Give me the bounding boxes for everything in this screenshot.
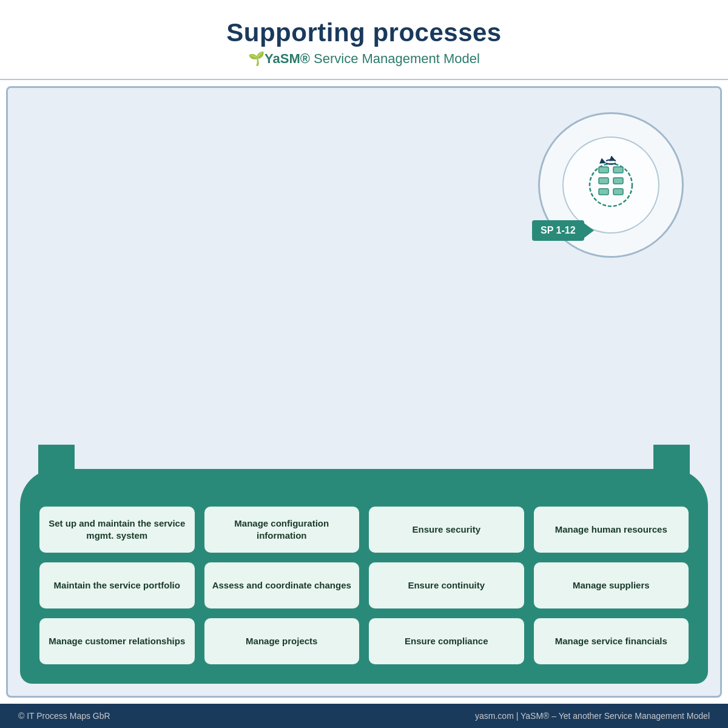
- svg-rect-2: [613, 167, 623, 173]
- svg-rect-4: [613, 178, 623, 184]
- process-box-suppliers[interactable]: Manage suppliers: [533, 561, 690, 610]
- svg-rect-6: [613, 189, 623, 195]
- process-box-financials[interactable]: Manage service financials: [533, 617, 690, 666]
- process-box-setup[interactable]: Set up and maintain the service mgmt. sy…: [38, 505, 196, 554]
- header: Supporting processes 🌱YaSM® Service Mana…: [0, 0, 728, 80]
- footer-copyright: © IT Process Maps GbR: [18, 711, 110, 721]
- process-grid: Set up and maintain the service mgmt. sy…: [38, 505, 690, 666]
- header-subtitle: 🌱YaSM® Service Management Model: [24, 51, 704, 67]
- page-title: Supporting processes: [24, 18, 704, 47]
- process-flow-icon: [581, 155, 641, 215]
- svg-point-0: [590, 164, 632, 206]
- process-box-portfolio[interactable]: Maintain the service portfolio: [38, 561, 196, 610]
- sp-label-container: SP 1-12: [532, 220, 594, 241]
- main-area: SP 1-12 Set up and maintain the service …: [6, 86, 722, 698]
- sp-badge: SP 1-12: [532, 220, 584, 241]
- page-wrapper: Supporting processes 🌱YaSM® Service Mana…: [0, 0, 728, 728]
- teal-background: Set up and maintain the service mgmt. sy…: [20, 469, 708, 684]
- grid-container: Set up and maintain the service mgmt. sy…: [20, 469, 708, 684]
- svg-rect-5: [599, 189, 608, 195]
- sp-arrow-icon: [584, 223, 594, 238]
- process-box-continuity[interactable]: Ensure continuity: [368, 561, 525, 610]
- process-box-customers[interactable]: Manage customer relationships: [38, 617, 196, 666]
- footer: © IT Process Maps GbR yasm.com | YaSM® –…: [0, 704, 728, 728]
- circle-diagram: SP 1-12: [538, 112, 684, 258]
- process-box-projects[interactable]: Manage projects: [203, 617, 361, 666]
- process-box-hr[interactable]: Manage human resources: [533, 505, 690, 554]
- svg-rect-1: [599, 167, 608, 173]
- circle-inner: [562, 136, 659, 234]
- footer-brand: yasm.com | YaSM® – Yet another Service M…: [475, 711, 710, 721]
- process-box-config[interactable]: Manage configuration information: [203, 505, 361, 554]
- process-box-compliance[interactable]: Ensure compliance: [368, 617, 525, 666]
- process-box-security[interactable]: Ensure security: [368, 505, 525, 554]
- brand-name: 🌱YaSM®: [248, 51, 310, 66]
- svg-rect-3: [599, 178, 608, 184]
- process-box-changes[interactable]: Assess and coordinate changes: [203, 561, 361, 610]
